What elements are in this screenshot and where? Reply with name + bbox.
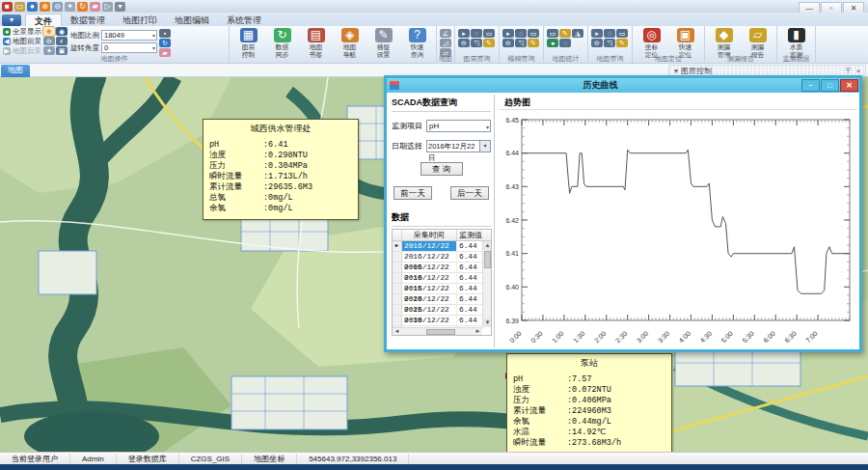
ribbon-button-地图导航[interactable]: ◈地图导航: [334, 27, 366, 54]
column-header-time[interactable]: 采集时间: [402, 230, 457, 240]
ribbon-button-图层控制[interactable]: ▦图层控制: [232, 27, 264, 54]
tool-icon[interactable]: ▭: [547, 29, 558, 38]
tool-icon[interactable]: ◌: [515, 29, 527, 38]
previous-day-button[interactable]: 前一天: [393, 186, 432, 200]
ribbon-button-捕捉设置[interactable]: ✎捕捉设置: [367, 27, 399, 54]
vertical-scroll-thumb[interactable]: [484, 251, 491, 268]
table-row[interactable]: 2016/12/22 0:306.44: [393, 305, 491, 316]
tool-icon[interactable]: ◌: [471, 29, 482, 38]
zoom-out-icon[interactable]: ⊖: [52, 2, 63, 12]
dialog-maximize-button[interactable]: □: [821, 79, 839, 92]
tool-icon[interactable]: ✎: [483, 39, 495, 47]
quickbar-dropdown-icon[interactable]: ▾: [115, 2, 125, 12]
close-panel-icon[interactable]: ×: [854, 67, 863, 75]
scroll-left-icon[interactable]: ◄: [393, 328, 401, 336]
table-row[interactable]: 2016/12/22 0:356.44: [393, 316, 491, 326]
app-logo-icon[interactable]: ■: [2, 2, 13, 12]
horizontal-scrollbar[interactable]: ◄ ►: [393, 327, 482, 335]
table-row[interactable]: ▶2016/12/226.44: [393, 241, 491, 252]
ribbon-button-坐标定位[interactable]: ◎坐标定位: [636, 27, 667, 54]
table-row[interactable]: 2016/12/22 0:106.44: [393, 263, 491, 273]
tool-icon[interactable]: ∠: [440, 29, 451, 38]
next-day-button[interactable]: 后一天: [450, 186, 489, 200]
tool-icon[interactable]: ◌: [604, 29, 615, 38]
tool-icon[interactable]: ◹: [604, 39, 615, 47]
table-row[interactable]: 2016/12/22 0:156.44: [393, 273, 491, 284]
tool-icon[interactable]: ⊖: [502, 39, 514, 47]
swap-view-tool[interactable]: ◐: [56, 37, 68, 45]
app-menu-button[interactable]: ▾: [2, 14, 21, 26]
scroll-up-icon[interactable]: ▲: [483, 241, 492, 250]
ribbon-button-快速定位[interactable]: ▣快速定位: [669, 27, 701, 54]
refresh-icon[interactable]: ↻: [77, 2, 88, 12]
table-row[interactable]: 2016/12/22 0:256.44: [393, 294, 491, 305]
globe-icon[interactable]: ●: [27, 2, 38, 12]
scroll-down-icon[interactable]: ▼: [483, 318, 492, 327]
tool-icon[interactable]: ◹: [515, 39, 527, 47]
ribbon-tab-4[interactable]: 地图编辑: [166, 14, 218, 26]
map-document-tab[interactable]: 地图: [1, 65, 30, 77]
tool-icon[interactable]: ◿: [440, 39, 451, 47]
zoom-out-tool[interactable]: ⊖: [43, 37, 55, 45]
scale-combo[interactable]: 18049: [101, 30, 157, 41]
zoom-in-tool[interactable]: ⊕: [43, 27, 55, 36]
svg-text:3:00: 3:00: [636, 330, 650, 345]
tool-icon[interactable]: ✎: [616, 39, 628, 47]
zoom-in-icon[interactable]: ⊕: [40, 2, 50, 12]
tool-icon[interactable]: ⊖: [458, 39, 470, 47]
tool-icon[interactable]: ⊖: [591, 39, 603, 47]
ribbon-tab-5[interactable]: 系统管理: [218, 14, 270, 26]
table-row[interactable]: 2016/12/22 0:056.44: [393, 252, 491, 263]
monitor-item-select[interactable]: pH: [426, 120, 491, 132]
full-extent-tool[interactable]: ◉: [56, 27, 68, 36]
tool-icon[interactable]: ▸: [502, 29, 514, 38]
table-row[interactable]: 2016/12/22 0:206.44: [393, 284, 491, 294]
tooltip-row-value: :224960M3: [567, 406, 665, 417]
tooltip-row-label: pH: [513, 374, 567, 385]
nav-label: 全景显示: [13, 27, 41, 37]
tool-icon[interactable]: ✎: [528, 39, 539, 47]
tool-icon[interactable]: ◮: [572, 29, 583, 38]
pan-icon[interactable]: ✦: [65, 2, 75, 12]
select-icon[interactable]: ▷: [102, 2, 113, 12]
ribbon-button-地图书签[interactable]: ▤地图书签: [300, 27, 332, 54]
ribbon-tab-3[interactable]: 地图打印: [114, 14, 166, 26]
dialog-close-button[interactable]: ✕: [840, 79, 858, 92]
dialog-minimize-button[interactable]: −: [801, 79, 820, 92]
tool-icon[interactable]: ●: [547, 39, 558, 47]
rotation-combo[interactable]: 0: [101, 42, 157, 53]
dialog-titlebar[interactable]: 历史曲线 − □ ✕: [387, 78, 859, 93]
tool-icon[interactable]: ◹: [471, 39, 482, 47]
tool-icon[interactable]: ▭: [616, 29, 628, 38]
tool-icon[interactable]: ◌: [559, 39, 571, 47]
column-header-value[interactable]: 监测值: [457, 230, 491, 240]
search-button[interactable]: 查 询: [420, 162, 463, 176]
ribbon-tab-1[interactable]: 文件: [25, 14, 62, 26]
chevron-down-icon[interactable]: ▾: [671, 67, 681, 75]
scroll-right-icon[interactable]: ►: [474, 328, 482, 336]
open-map-icon[interactable]: ▭: [14, 2, 25, 12]
svg-text:2:30: 2:30: [614, 330, 629, 345]
date-picker[interactable]: 2016年12月22日 ▾: [426, 140, 491, 152]
ribbon-button-快速查询[interactable]: ?快速查询: [401, 27, 433, 54]
nav-button-1[interactable]: ●全景显示: [3, 27, 41, 36]
ribbon-tab-2[interactable]: 数据管理: [62, 14, 114, 26]
tool-icon[interactable]: ▸: [591, 29, 603, 38]
vertical-scrollbar[interactable]: ▲ ▼: [482, 241, 491, 327]
save-map-icon[interactable]: ▪: [159, 29, 171, 38]
tool-icon[interactable]: ▭: [528, 29, 539, 38]
tool-icon[interactable]: ▭: [483, 29, 495, 38]
tool-icon[interactable]: ✎: [559, 29, 571, 38]
ribbon-button-数据同步[interactable]: ↻数据同步: [266, 27, 298, 54]
ribbon-button-测漏报告[interactable]: ▱测漏报告: [742, 27, 773, 54]
ribbon-button-水质监测[interactable]: ▮水质监测: [780, 27, 812, 54]
tool-icon[interactable]: ▸: [458, 29, 470, 38]
eraser-icon[interactable]: ▰: [90, 2, 100, 12]
trend-chart[interactable]: 6.456.446.436.426.416.406.390:000:301:00…: [499, 110, 858, 351]
refresh-map-icon[interactable]: ↻: [159, 39, 171, 47]
nav-button-2[interactable]: ◀地图前景: [3, 37, 41, 45]
pin-icon[interactable]: 〒: [844, 66, 854, 76]
calendar-dropdown-icon[interactable]: ▾: [479, 141, 490, 152]
ribbon-button-测漏管理[interactable]: ◆测漏管理: [708, 27, 740, 54]
horizontal-scroll-thumb[interactable]: [426, 329, 455, 335]
